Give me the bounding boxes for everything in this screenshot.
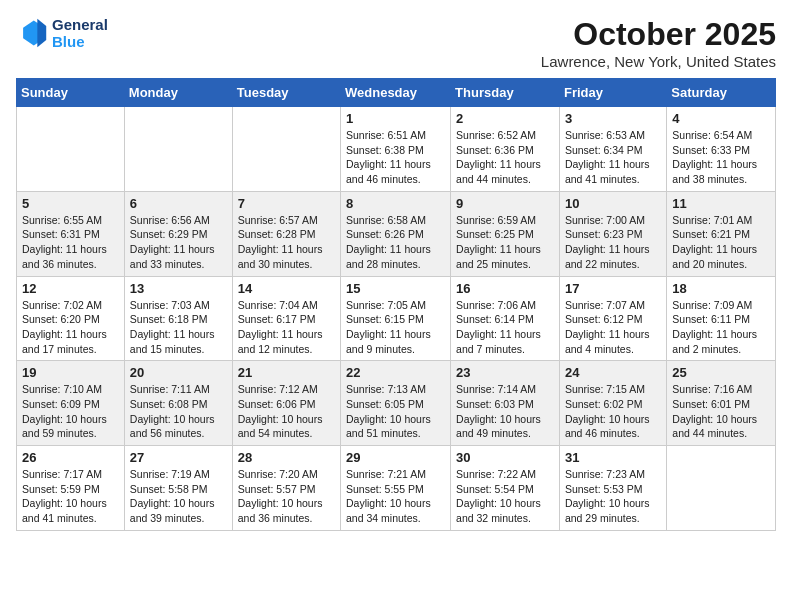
- day-info: Sunrise: 7:03 AM Sunset: 6:18 PM Dayligh…: [130, 298, 227, 357]
- day-number: 22: [346, 365, 445, 380]
- day-number: 20: [130, 365, 227, 380]
- calendar-cell: 23Sunrise: 7:14 AM Sunset: 6:03 PM Dayli…: [451, 361, 560, 446]
- day-number: 28: [238, 450, 335, 465]
- header-monday: Monday: [124, 79, 232, 107]
- svg-marker-1: [37, 19, 46, 47]
- calendar-header-row: SundayMondayTuesdayWednesdayThursdayFrid…: [17, 79, 776, 107]
- calendar-cell: 24Sunrise: 7:15 AM Sunset: 6:02 PM Dayli…: [559, 361, 666, 446]
- calendar-cell: 28Sunrise: 7:20 AM Sunset: 5:57 PM Dayli…: [232, 446, 340, 531]
- calendar-cell: 4Sunrise: 6:54 AM Sunset: 6:33 PM Daylig…: [667, 107, 776, 192]
- day-number: 7: [238, 196, 335, 211]
- calendar-cell: 29Sunrise: 7:21 AM Sunset: 5:55 PM Dayli…: [341, 446, 451, 531]
- header-wednesday: Wednesday: [341, 79, 451, 107]
- calendar-cell: [667, 446, 776, 531]
- day-number: 18: [672, 281, 770, 296]
- day-number: 11: [672, 196, 770, 211]
- day-number: 16: [456, 281, 554, 296]
- calendar-cell: 26Sunrise: 7:17 AM Sunset: 5:59 PM Dayli…: [17, 446, 125, 531]
- calendar-cell: 16Sunrise: 7:06 AM Sunset: 6:14 PM Dayli…: [451, 276, 560, 361]
- day-number: 25: [672, 365, 770, 380]
- calendar-cell: 25Sunrise: 7:16 AM Sunset: 6:01 PM Dayli…: [667, 361, 776, 446]
- page-header: General Blue October 2025 Lawrence, New …: [16, 16, 776, 70]
- day-info: Sunrise: 7:05 AM Sunset: 6:15 PM Dayligh…: [346, 298, 445, 357]
- day-number: 15: [346, 281, 445, 296]
- calendar-cell: 30Sunrise: 7:22 AM Sunset: 5:54 PM Dayli…: [451, 446, 560, 531]
- day-number: 27: [130, 450, 227, 465]
- calendar-cell: 21Sunrise: 7:12 AM Sunset: 6:06 PM Dayli…: [232, 361, 340, 446]
- day-number: 6: [130, 196, 227, 211]
- day-info: Sunrise: 6:53 AM Sunset: 6:34 PM Dayligh…: [565, 128, 661, 187]
- calendar-cell: 19Sunrise: 7:10 AM Sunset: 6:09 PM Dayli…: [17, 361, 125, 446]
- calendar-cell: 10Sunrise: 7:00 AM Sunset: 6:23 PM Dayli…: [559, 191, 666, 276]
- calendar-cell: [17, 107, 125, 192]
- header-friday: Friday: [559, 79, 666, 107]
- calendar-cell: 6Sunrise: 6:56 AM Sunset: 6:29 PM Daylig…: [124, 191, 232, 276]
- day-info: Sunrise: 7:10 AM Sunset: 6:09 PM Dayligh…: [22, 382, 119, 441]
- header-thursday: Thursday: [451, 79, 560, 107]
- day-info: Sunrise: 6:52 AM Sunset: 6:36 PM Dayligh…: [456, 128, 554, 187]
- day-number: 13: [130, 281, 227, 296]
- day-info: Sunrise: 7:00 AM Sunset: 6:23 PM Dayligh…: [565, 213, 661, 272]
- calendar-cell: 31Sunrise: 7:23 AM Sunset: 5:53 PM Dayli…: [559, 446, 666, 531]
- day-number: 29: [346, 450, 445, 465]
- header-saturday: Saturday: [667, 79, 776, 107]
- day-info: Sunrise: 7:15 AM Sunset: 6:02 PM Dayligh…: [565, 382, 661, 441]
- calendar-cell: [124, 107, 232, 192]
- day-number: 21: [238, 365, 335, 380]
- calendar-cell: 3Sunrise: 6:53 AM Sunset: 6:34 PM Daylig…: [559, 107, 666, 192]
- calendar-cell: 7Sunrise: 6:57 AM Sunset: 6:28 PM Daylig…: [232, 191, 340, 276]
- day-info: Sunrise: 7:23 AM Sunset: 5:53 PM Dayligh…: [565, 467, 661, 526]
- day-number: 17: [565, 281, 661, 296]
- calendar-cell: 27Sunrise: 7:19 AM Sunset: 5:58 PM Dayli…: [124, 446, 232, 531]
- calendar-cell: 17Sunrise: 7:07 AM Sunset: 6:12 PM Dayli…: [559, 276, 666, 361]
- day-number: 5: [22, 196, 119, 211]
- day-number: 31: [565, 450, 661, 465]
- day-info: Sunrise: 6:51 AM Sunset: 6:38 PM Dayligh…: [346, 128, 445, 187]
- location-subtitle: Lawrence, New York, United States: [541, 53, 776, 70]
- calendar-cell: 18Sunrise: 7:09 AM Sunset: 6:11 PM Dayli…: [667, 276, 776, 361]
- day-number: 30: [456, 450, 554, 465]
- calendar-cell: 22Sunrise: 7:13 AM Sunset: 6:05 PM Dayli…: [341, 361, 451, 446]
- calendar-cell: 13Sunrise: 7:03 AM Sunset: 6:18 PM Dayli…: [124, 276, 232, 361]
- day-number: 26: [22, 450, 119, 465]
- day-info: Sunrise: 6:56 AM Sunset: 6:29 PM Dayligh…: [130, 213, 227, 272]
- calendar-cell: 1Sunrise: 6:51 AM Sunset: 6:38 PM Daylig…: [341, 107, 451, 192]
- header-tuesday: Tuesday: [232, 79, 340, 107]
- day-number: 1: [346, 111, 445, 126]
- calendar-week-row: 5Sunrise: 6:55 AM Sunset: 6:31 PM Daylig…: [17, 191, 776, 276]
- calendar-week-row: 12Sunrise: 7:02 AM Sunset: 6:20 PM Dayli…: [17, 276, 776, 361]
- day-info: Sunrise: 7:19 AM Sunset: 5:58 PM Dayligh…: [130, 467, 227, 526]
- day-info: Sunrise: 7:06 AM Sunset: 6:14 PM Dayligh…: [456, 298, 554, 357]
- logo-icon: [16, 17, 48, 49]
- day-info: Sunrise: 7:13 AM Sunset: 6:05 PM Dayligh…: [346, 382, 445, 441]
- day-info: Sunrise: 6:57 AM Sunset: 6:28 PM Dayligh…: [238, 213, 335, 272]
- calendar-cell: [232, 107, 340, 192]
- day-info: Sunrise: 7:16 AM Sunset: 6:01 PM Dayligh…: [672, 382, 770, 441]
- day-number: 4: [672, 111, 770, 126]
- calendar-cell: 2Sunrise: 6:52 AM Sunset: 6:36 PM Daylig…: [451, 107, 560, 192]
- day-info: Sunrise: 6:54 AM Sunset: 6:33 PM Dayligh…: [672, 128, 770, 187]
- day-info: Sunrise: 7:11 AM Sunset: 6:08 PM Dayligh…: [130, 382, 227, 441]
- day-info: Sunrise: 7:17 AM Sunset: 5:59 PM Dayligh…: [22, 467, 119, 526]
- header-sunday: Sunday: [17, 79, 125, 107]
- title-block: October 2025 Lawrence, New York, United …: [541, 16, 776, 70]
- day-info: Sunrise: 7:20 AM Sunset: 5:57 PM Dayligh…: [238, 467, 335, 526]
- day-number: 24: [565, 365, 661, 380]
- month-title: October 2025: [541, 16, 776, 53]
- day-number: 9: [456, 196, 554, 211]
- calendar-week-row: 26Sunrise: 7:17 AM Sunset: 5:59 PM Dayli…: [17, 446, 776, 531]
- day-number: 23: [456, 365, 554, 380]
- calendar-cell: 5Sunrise: 6:55 AM Sunset: 6:31 PM Daylig…: [17, 191, 125, 276]
- calendar-week-row: 1Sunrise: 6:51 AM Sunset: 6:38 PM Daylig…: [17, 107, 776, 192]
- day-info: Sunrise: 7:12 AM Sunset: 6:06 PM Dayligh…: [238, 382, 335, 441]
- day-number: 19: [22, 365, 119, 380]
- logo: General Blue: [16, 16, 108, 50]
- calendar-cell: 11Sunrise: 7:01 AM Sunset: 6:21 PM Dayli…: [667, 191, 776, 276]
- day-info: Sunrise: 6:58 AM Sunset: 6:26 PM Dayligh…: [346, 213, 445, 272]
- day-info: Sunrise: 7:01 AM Sunset: 6:21 PM Dayligh…: [672, 213, 770, 272]
- day-number: 8: [346, 196, 445, 211]
- day-info: Sunrise: 7:07 AM Sunset: 6:12 PM Dayligh…: [565, 298, 661, 357]
- day-info: Sunrise: 7:04 AM Sunset: 6:17 PM Dayligh…: [238, 298, 335, 357]
- calendar-cell: 15Sunrise: 7:05 AM Sunset: 6:15 PM Dayli…: [341, 276, 451, 361]
- day-number: 14: [238, 281, 335, 296]
